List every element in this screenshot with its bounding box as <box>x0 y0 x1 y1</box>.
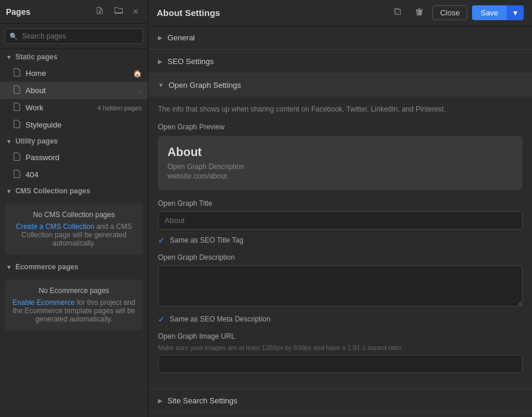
save-dropdown-button[interactable]: ▼ <box>506 5 524 20</box>
og-preview-desc: Open Graph Description <box>167 163 513 171</box>
static-pages-label: Static pages <box>15 53 58 61</box>
og-preview-box: About Open Graph Description website.com… <box>158 136 522 190</box>
main-title: About Settings <box>157 8 220 18</box>
same-seo-desc-row: ✓ Same as SEO Meta Description <box>158 314 522 324</box>
site-search-chevron-icon: ▶ <box>158 397 163 404</box>
page-item-password[interactable]: Password <box>0 149 148 166</box>
cms-empty-box: No CMS Collection pages Create a CMS Col… <box>5 203 143 254</box>
home-icon: 🏠 <box>133 69 142 78</box>
page-item-work[interactable]: Work 4 hidden pages <box>0 99 148 116</box>
ecommerce-empty-title: No Ecommerce pages <box>12 287 136 295</box>
main-header-actions: Close Save ▼ <box>390 5 524 21</box>
work-page-label: Work <box>26 103 97 112</box>
about-page-file-icon <box>13 85 21 96</box>
page-item-about[interactable]: About › <box>0 82 148 99</box>
custom-code-section: ▶ Custom Code <box>148 413 532 417</box>
utility-pages-chevron: ▼ <box>6 138 12 145</box>
static-pages-chevron: ▼ <box>6 54 12 61</box>
styleguide-page-label: Styleguide <box>26 120 142 129</box>
ecommerce-pages-header[interactable]: ▼ Ecommerce pages <box>0 259 148 275</box>
password-page-file-icon <box>13 152 21 163</box>
close-settings-button[interactable]: Close <box>432 5 467 20</box>
general-section: ▶ General <box>148 26 532 50</box>
same-seo-desc-label: Same as SEO Meta Description <box>170 315 270 323</box>
same-seo-title-row: ✓ Same as SEO Title Tag <box>158 235 522 245</box>
delete-button[interactable] <box>411 5 428 21</box>
search-container: 🔍 <box>0 24 148 49</box>
og-preview-title: About <box>167 145 513 159</box>
og-header[interactable]: ▼ Open Graph Settings <box>148 74 532 97</box>
page-item-styleguide[interactable]: Styleguide <box>0 116 148 133</box>
ecommerce-pages-chevron: ▼ <box>6 264 12 270</box>
main-panel: About Settings Close Save ▼ ▶ General <box>148 0 532 417</box>
add-page-button[interactable] <box>91 4 108 20</box>
page-file-icon <box>13 68 21 78</box>
same-seo-title-check-icon: ✓ <box>158 235 165 245</box>
og-image-hint: Make sure your images are at least 1200p… <box>158 344 522 351</box>
og-desc-textarea[interactable] <box>158 265 522 307</box>
site-search-header[interactable]: ▶ Site Search Settings <box>148 389 532 412</box>
general-header[interactable]: ▶ General <box>148 26 532 49</box>
page-item-home[interactable]: Home 🏠 <box>0 65 148 82</box>
about-page-arrow-icon: › <box>140 87 142 94</box>
404-page-label: 404 <box>26 170 142 179</box>
sidebar-header: Pages × <box>0 0 148 24</box>
seo-section: ▶ SEO Settings <box>148 50 532 74</box>
site-search-section: ▶ Site Search Settings <box>148 389 532 413</box>
cms-pages-header[interactable]: ▼ CMS Collection pages <box>0 183 148 199</box>
utility-pages-label: Utility pages <box>15 137 58 145</box>
og-info-text: The info that shows up when sharing cont… <box>158 104 522 114</box>
about-page-label: About <box>26 86 137 95</box>
og-image-input[interactable] <box>158 355 522 373</box>
og-preview-label: Open Graph Preview <box>158 123 522 131</box>
ecommerce-pages-label: Ecommerce pages <box>15 263 78 271</box>
og-section: ▼ Open Graph Settings The info that show… <box>148 74 532 389</box>
work-hidden-count: 4 hidden pages <box>97 104 142 112</box>
cms-pages-chevron: ▼ <box>6 188 12 195</box>
password-page-label: Password <box>26 153 142 162</box>
enable-ecommerce-link[interactable]: Enable Ecommerce <box>12 298 75 307</box>
seo-header[interactable]: ▶ SEO Settings <box>148 50 532 73</box>
save-button[interactable]: Save <box>472 5 506 20</box>
og-image-label: Open Graph Image URL <box>158 332 522 340</box>
ecommerce-empty-box: No Ecommerce pages Enable Ecommerce for … <box>5 279 143 330</box>
utility-pages-header[interactable]: ▼ Utility pages <box>0 133 148 149</box>
page-item-404[interactable]: 404 <box>0 166 148 183</box>
sidebar: Pages × 🔍 ▼ Static pages Home 🏠 <box>0 0 148 417</box>
og-desc-label: Open Graph Description <box>158 253 522 262</box>
og-title-input[interactable] <box>158 211 522 230</box>
cms-pages-label: CMS Collection pages <box>15 187 90 195</box>
search-icon: 🔍 <box>10 33 18 40</box>
create-cms-collection-link[interactable]: Create a CMS Collection <box>16 222 94 231</box>
main-body: ▶ General ▶ SEO Settings ▼ Open Graph Se… <box>148 26 532 417</box>
sidebar-title: Pages <box>6 7 30 17</box>
general-chevron-icon: ▶ <box>158 34 163 41</box>
site-search-label: Site Search Settings <box>167 396 238 405</box>
styleguide-page-file-icon <box>13 120 21 130</box>
static-pages-header[interactable]: ▼ Static pages <box>0 49 148 65</box>
duplicate-button[interactable] <box>390 5 406 21</box>
same-seo-desc-check-icon: ✓ <box>158 314 165 324</box>
og-content: The info that shows up when sharing cont… <box>148 97 532 389</box>
same-seo-title-label: Same as SEO Title Tag <box>170 236 243 244</box>
work-page-file-icon <box>13 103 21 113</box>
main-header: About Settings Close Save ▼ <box>148 0 532 26</box>
og-label: Open Graph Settings <box>169 81 241 90</box>
cms-empty-text: Create a CMS Collection and a CMS Collec… <box>12 222 136 247</box>
og-title-label: Open Graph Title <box>158 199 522 208</box>
general-label: General <box>167 33 195 42</box>
sidebar-close-button[interactable]: × <box>129 5 142 18</box>
search-input[interactable] <box>5 28 143 44</box>
og-chevron-icon: ▼ <box>158 82 164 88</box>
404-page-file-icon <box>13 170 21 180</box>
og-preview-url: website.com/about <box>167 172 513 180</box>
home-page-label: Home <box>26 69 133 78</box>
seo-label: SEO Settings <box>167 57 214 66</box>
add-folder-button[interactable] <box>110 4 127 20</box>
ecommerce-empty-text: Enable Ecommerce for this project and th… <box>12 298 136 323</box>
seo-chevron-icon: ▶ <box>158 58 163 65</box>
save-button-group: Save ▼ <box>472 5 524 20</box>
cms-empty-title: No CMS Collection pages <box>12 211 136 219</box>
custom-code-header[interactable]: ▶ Custom Code <box>148 413 532 417</box>
sidebar-content: ▼ Static pages Home 🏠 About › Work 4 hid… <box>0 49 148 417</box>
